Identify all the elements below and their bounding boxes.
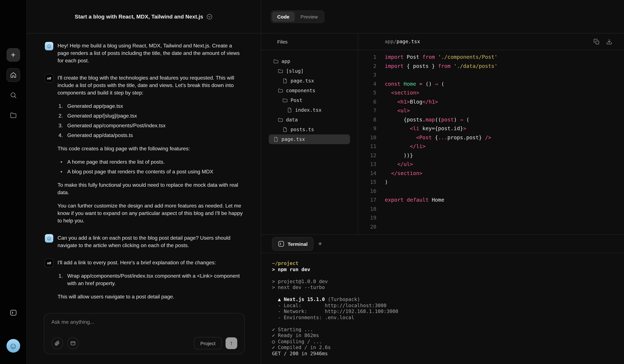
view-toggle: Code Preview	[271, 10, 324, 23]
new-terminal-button[interactable]: +	[318, 240, 322, 247]
line-number: 20	[358, 222, 376, 231]
workspace-panel: Code Preview Files app[slug]page.tsxcomp…	[261, 0, 624, 364]
line-number: 17	[358, 195, 376, 204]
editor-actions	[594, 38, 612, 45]
download-icon	[606, 38, 612, 45]
code-line: 11 </li>	[358, 142, 624, 151]
line-number: 2	[358, 62, 376, 71]
file-icon	[287, 107, 292, 113]
chat-title-menu-button[interactable]	[206, 13, 212, 20]
download-code-button[interactable]	[606, 38, 612, 45]
code-line: 5 <section>	[358, 88, 624, 97]
user-avatar: ☺	[45, 42, 53, 50]
terminal-output[interactable]: ~/project> npm run dev > project@1.0.0 d…	[261, 253, 624, 364]
tree-item-index.tsx[interactable]: index.tsx	[269, 105, 350, 115]
terminal-line: > next dev --turbo	[272, 285, 624, 291]
message-body: I'll create the blog with the technologi…	[57, 74, 243, 224]
breadcrumb: app/page.tsx	[385, 39, 420, 45]
code-line: 3	[358, 71, 624, 79]
terminal-line: > project@1.0.0 dev	[272, 278, 624, 285]
code-line: 9 <li key={post.id}>	[358, 124, 624, 133]
folder-icon	[10, 112, 17, 119]
user-profile-avatar[interactable]: ☺	[6, 339, 20, 353]
user-face-icon: ☺	[9, 341, 17, 351]
arrow-up-icon: ↑	[230, 340, 233, 347]
terminal-tab[interactable]: Terminal	[272, 237, 313, 251]
attach-file-button[interactable]	[51, 337, 63, 349]
composer: Project ↑	[44, 313, 245, 354]
assistant-avatar: v0	[45, 259, 53, 267]
terminal-line: ~/project	[272, 260, 624, 267]
breadcrumb-dir: app/	[385, 39, 396, 45]
line-number: 7	[358, 106, 376, 115]
workbench: Files app[slug]page.tsxcomponentsPostind…	[261, 33, 624, 235]
code-line: 10 <Post {...props.post} />	[358, 133, 624, 142]
message-list: Wrap app/components/Post/index.tsx compo…	[57, 272, 243, 287]
message-paragraph: I'll create the blog with the technologi…	[57, 74, 243, 97]
line-number: 5	[358, 88, 376, 97]
search-button[interactable]	[6, 88, 20, 102]
tab-code[interactable]: Code	[272, 12, 295, 22]
line-number: 9	[358, 124, 376, 133]
chat-message-user: ☺Can you add a link on each post to the …	[45, 234, 243, 249]
code-line: 13 </ul>	[358, 160, 624, 169]
projects-button[interactable]	[6, 108, 20, 122]
message-list-item: Generated app/components/Post/index.tsx	[57, 122, 243, 129]
editor-header: app/page.tsx	[358, 33, 624, 50]
code-line: 4const Home = () ⇒ (	[358, 79, 624, 88]
chat-input[interactable]	[51, 319, 237, 325]
message-body: Hey! Help me build a blog using React, M…	[57, 42, 243, 64]
workspace-header: Code Preview	[261, 0, 624, 33]
line-number: 3	[358, 71, 376, 79]
tree-item-page.tsx[interactable]: page.tsx	[269, 134, 350, 144]
terminal-line: - Environments: .env.local	[272, 315, 624, 320]
chat-message-assistant: v0I'll create the blog with the technolo…	[45, 74, 243, 224]
project-button[interactable]: Project	[194, 337, 222, 349]
code-editor[interactable]: 1import Post from './components/Post'2im…	[358, 50, 624, 234]
tree-item-label: components	[286, 88, 315, 94]
window-icon	[70, 340, 76, 346]
screen-capture-button[interactable]	[67, 337, 79, 349]
folder-icon	[278, 69, 283, 74]
terminal-icon	[278, 241, 284, 247]
user-avatar: ☺	[45, 234, 53, 243]
tree-item-Post[interactable]: Post	[269, 96, 350, 105]
tree-item-data[interactable]: data	[269, 115, 350, 125]
home-button[interactable]	[6, 68, 20, 82]
tree-item-components[interactable]: components	[269, 86, 350, 96]
copy-code-button[interactable]	[594, 38, 600, 45]
file-icon	[283, 127, 288, 132]
left-rail: + ☺	[0, 0, 27, 364]
terminal-line: - Network: http://192.168.1.100:3000	[272, 309, 624, 315]
files-panel-title: Files	[261, 33, 358, 50]
tree-item-label: page.tsx	[290, 78, 314, 84]
tree-item-label: app	[282, 58, 290, 64]
chat-title: Start a blog with React, MDX, Tailwind a…	[75, 13, 203, 20]
message-paragraph: Hey! Help me build a blog using React, M…	[57, 42, 243, 64]
line-number: 6	[358, 97, 376, 106]
terminal-line	[272, 320, 624, 326]
terminal-tab-label: Terminal	[288, 241, 308, 247]
line-number: 13	[358, 160, 376, 169]
tree-item-posts.ts[interactable]: posts.ts	[269, 125, 350, 134]
tree-item-page.tsx[interactable]: page.tsx	[269, 76, 350, 86]
new-chat-button[interactable]: +	[6, 48, 20, 62]
search-icon	[10, 92, 17, 99]
composer-actions: Project ↑	[194, 337, 237, 349]
tab-preview[interactable]: Preview	[295, 12, 323, 22]
file-icon	[273, 137, 279, 142]
folder-icon	[273, 59, 279, 64]
message-paragraph: I'll add a link to every post. Here's a …	[57, 259, 243, 266]
tree-item-label: [slug]	[286, 68, 304, 74]
toggle-terminal-panel-button[interactable]	[6, 306, 20, 319]
terminal-line	[272, 291, 624, 296]
tree-item-[slug][interactable]: [slug]	[269, 66, 350, 76]
folder-icon	[278, 88, 283, 93]
message-paragraph: This will allow users navigate to a post…	[57, 293, 243, 300]
files-panel: Files app[slug]page.tsxcomponentsPostind…	[261, 33, 358, 234]
line-number: 8	[358, 115, 376, 124]
tree-item-app[interactable]: app	[269, 56, 350, 66]
file-icon	[283, 78, 288, 83]
send-button[interactable]: ↑	[226, 337, 237, 349]
file-tree: app[slug]page.tsxcomponentsPostindex.tsx…	[261, 50, 358, 144]
